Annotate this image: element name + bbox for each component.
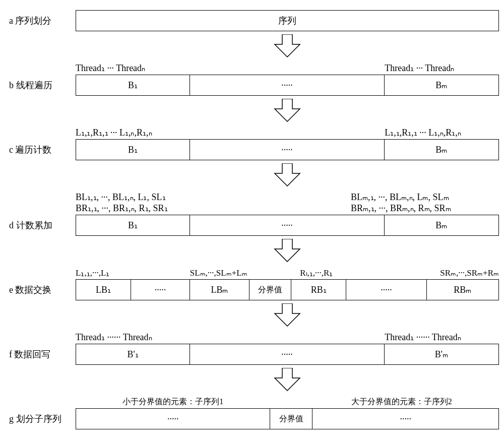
row-d-annot-right-top: BLₘ,₁, ···, BLₘ,ₙ, Lₘ, SLₘ xyxy=(351,192,499,203)
arrow-a-b xyxy=(76,34,499,57)
row-e-strip: LB₁ ····· LBₘ 分界值 RB₁ ····· RBₘ xyxy=(76,279,499,300)
arrow-b-c xyxy=(76,99,499,122)
row-e-cell-pivot: 分界值 xyxy=(249,280,292,300)
row-f-annot: Thread₁ ······ Threadₙ Thread₁ ······ Th… xyxy=(5,330,499,343)
row-c-annot-left: L₁,₁,R₁,₁ ··· L₁,ₙ,R₁,ₙ xyxy=(76,127,190,138)
down-arrow-icon xyxy=(273,239,302,262)
row-g-cell-pivot: 分界值 xyxy=(270,409,312,429)
row-d-label: d 计数累加 xyxy=(5,219,76,231)
row-f-label: f 数据回写 xyxy=(5,348,76,360)
row-g: g 划分子序列 ····· 分界值 ····· xyxy=(5,408,499,429)
row-f-cell-b1: B'₁ xyxy=(76,344,190,364)
row-c-label: c 遍历计数 xyxy=(5,144,76,156)
row-c: c 遍历计数 B₁ ····· Bₘ xyxy=(5,139,499,160)
row-g-annot-right: 大于分界值的元素：子序列2 xyxy=(304,397,499,407)
row-e-annot: L₁,₁,···,L₁ SLₘ,···,SLₘ+Lₘ Rₗ,₁,···,R₁ S… xyxy=(5,265,499,278)
row-f-strip: B'₁ ····· B'ₘ xyxy=(76,344,499,365)
row-a-cell: 序列 xyxy=(76,11,498,31)
row-b-cell-b1: B₁ xyxy=(76,75,190,95)
row-f-cell-dots: ····· xyxy=(190,344,385,364)
row-b-annot-right: Thread₁ ··· Threadₙ xyxy=(385,62,499,74)
arrow-e-f xyxy=(76,303,499,327)
row-b-cell-bm: Bₘ xyxy=(385,75,498,95)
row-e-annot-4: SRₘ,···,SRₘ+Rₘ xyxy=(440,268,499,278)
row-a-label: a 序列划分 xyxy=(5,15,76,27)
row-b-annot: Thread₁ ··· Threadₙ Thread₁ ··· Threadₙ xyxy=(5,60,499,74)
row-g-annot-left: 小于分界值的元素：子序列1 xyxy=(76,397,270,407)
row-g-cell-right: ····· xyxy=(312,409,498,429)
row-e-cell-ldots: ····· xyxy=(131,280,190,300)
row-c-cell-bm: Bₘ xyxy=(385,140,498,160)
row-d-cell-bm: Bₘ xyxy=(385,215,498,235)
row-d-annot: BL₁,₁, ···, BL₁,ₙ, L₁, SL₁ BR₁,₁, ···, B… xyxy=(5,189,499,214)
row-d-annot-right-bot: BRₘ,₁, ···, BRₘ,ₙ, Rₘ, SRₘ xyxy=(351,203,499,214)
row-c-annot: L₁,₁,R₁,₁ ··· L₁,ₙ,R₁,ₙ L₁,₁,R₁,₁ ··· L₁… xyxy=(5,125,499,138)
row-d-cell-dots: ····· xyxy=(190,215,385,235)
row-d-annot-left-top: BL₁,₁, ···, BL₁,ₙ, L₁, SL₁ xyxy=(76,192,224,203)
row-e-cell-rbm: RBₘ xyxy=(427,280,498,300)
row-b-cell-dots: ····· xyxy=(190,75,385,95)
row-c-strip: B₁ ····· Bₘ xyxy=(76,139,499,160)
row-c-annot-right: L₁,₁,R₁,₁ ··· L₁,ₙ,R₁,ₙ xyxy=(385,127,499,138)
row-d-annot-left-bot: BR₁,₁, ···, BR₁,ₙ, R₁, SR₁ xyxy=(76,203,224,214)
row-e-annot-1: L₁,₁,···,L₁ xyxy=(76,268,131,278)
row-e-cell-lbm: LBₘ xyxy=(190,280,249,300)
row-d-cell-b1: B₁ xyxy=(76,215,190,235)
down-arrow-icon xyxy=(273,163,302,186)
row-e-annot-3: Rₗ,₁,···,R₁ xyxy=(300,268,355,278)
arrow-d-e xyxy=(76,239,499,262)
row-b-annot-left: Thread₁ ··· Threadₙ xyxy=(76,62,190,74)
row-e-annot-2: SLₘ,···,SLₘ+Lₘ xyxy=(190,268,279,278)
row-g-label: g 划分子序列 xyxy=(5,413,76,425)
arrow-c-d xyxy=(76,163,499,186)
row-c-cell-b1: B₁ xyxy=(76,140,190,160)
row-e-cell-rb1: RB₁ xyxy=(291,280,346,300)
down-arrow-icon xyxy=(273,99,302,122)
row-g-cell-left: ····· xyxy=(76,409,270,429)
arrow-f-g xyxy=(76,368,499,391)
row-d-strip: B₁ ····· Bₘ xyxy=(76,215,499,236)
row-f-annot-right: Thread₁ ······ Threadₙ xyxy=(385,332,499,343)
row-b-strip: B₁ ····· Bₘ xyxy=(76,75,499,96)
row-f-annot-left: Thread₁ ······ Threadₙ xyxy=(76,332,190,343)
row-e-label: e 数据交换 xyxy=(5,284,76,296)
down-arrow-icon xyxy=(273,34,302,57)
row-f-cell-bm: B'ₘ xyxy=(385,344,498,364)
row-a: a 序列划分 序列 xyxy=(5,10,499,31)
row-e-cell-rdots: ····· xyxy=(346,280,426,300)
row-g-annot: 小于分界值的元素：子序列1 大于分界值的元素：子序列2 xyxy=(5,394,499,407)
down-arrow-icon xyxy=(273,368,302,391)
row-f: f 数据回写 B'₁ ····· B'ₘ xyxy=(5,344,499,365)
row-b-label: b 线程遍历 xyxy=(5,79,76,91)
row-a-strip: 序列 xyxy=(76,10,499,31)
row-c-cell-dots: ····· xyxy=(190,140,385,160)
row-e: e 数据交换 LB₁ ····· LBₘ 分界值 RB₁ ····· RBₘ xyxy=(5,279,499,300)
row-d: d 计数累加 B₁ ····· Bₘ xyxy=(5,215,499,236)
row-b: b 线程遍历 B₁ ····· Bₘ xyxy=(5,75,499,96)
row-e-cell-lb1: LB₁ xyxy=(76,280,131,300)
down-arrow-icon xyxy=(273,303,302,327)
row-g-strip: ····· 分界值 ····· xyxy=(76,408,499,429)
